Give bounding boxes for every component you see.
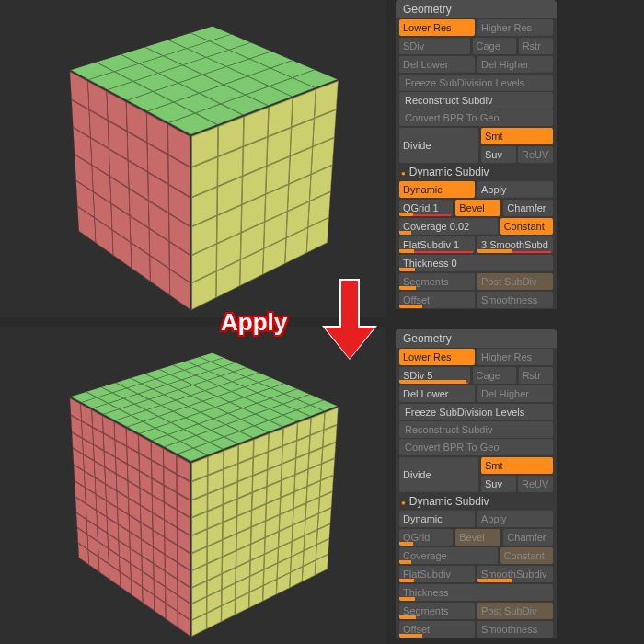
chamfer-button[interactable]: Chamfer (503, 200, 553, 216)
higher-res-button: Higher Res (477, 19, 553, 36)
flatsubdiv-slider: FlatSubdiv (399, 566, 475, 582)
smoothness-slider: Smoothness (477, 292, 553, 308)
dynamic-toggle[interactable]: Dynamic (399, 511, 475, 527)
suv-toggle[interactable]: Suv (481, 146, 516, 163)
bevel-button: Bevel (455, 529, 500, 546)
divide-button[interactable]: Divide (399, 457, 478, 492)
higher-res-button: Higher Res (477, 349, 553, 365)
constant-toggle: Constant (500, 547, 553, 564)
viewport-bottom (0, 327, 386, 644)
post-subdiv-toggle: Post SubDiv (477, 273, 553, 290)
del-higher-button: Del Higher (477, 56, 553, 73)
coverage-slider[interactable]: Coverage 0.02 (399, 218, 498, 235)
viewport-top (0, 0, 386, 317)
del-lower-button[interactable]: Del Lower (399, 385, 475, 402)
geometry-panel-after: Geometry Lower Res Higher Res SDiv 5 Cag… (396, 329, 557, 638)
offset-slider: Offset (399, 292, 475, 308)
dynamic-subdiv-header[interactable]: Dynamic Subdiv (396, 493, 557, 510)
rstr-button[interactable]: Rstr (519, 38, 553, 54)
post-subdiv-toggle: Post SubDiv (477, 603, 553, 619)
flatsubdiv-slider[interactable]: FlatSubdiv 1 (399, 236, 475, 253)
dynamic-subdiv-header[interactable]: Dynamic Subdiv (396, 164, 557, 180)
constant-toggle[interactable]: Constant (500, 218, 553, 235)
offset-slider: Offset (399, 621, 475, 638)
reuv-button: ReUV (518, 476, 553, 492)
segments-slider: Segments (399, 603, 475, 619)
reuv-button: ReUV (518, 146, 553, 163)
smoothness-slider: Smoothness (477, 621, 553, 638)
apply-button: Apply (477, 511, 553, 527)
apply-callout-label: Apply (221, 308, 287, 337)
smoothsubdiv-slider[interactable]: 3 SmoothSubd (477, 236, 553, 253)
convert-bpr-button: Convert BPR To Geo (399, 109, 553, 126)
reconstruct-subdiv-button: Reconstruct Subdiv (399, 421, 553, 438)
geometry-panel-before: Geometry Lower Res Higher Res SDiv Cage … (396, 0, 557, 309)
apply-button[interactable]: Apply (477, 181, 553, 198)
sdiv-slider[interactable]: SDiv (399, 38, 470, 54)
reconstruct-subdiv-button[interactable]: Reconstruct Subdiv (399, 92, 553, 109)
del-lower-button[interactable]: Del Lower (399, 56, 475, 73)
freeze-subdiv-button[interactable]: Freeze SubDivision Levels (399, 404, 553, 420)
del-higher-button: Del Higher (477, 385, 553, 402)
dynamic-toggle[interactable]: Dynamic (399, 181, 475, 198)
sdiv-slider[interactable]: SDiv 5 (399, 367, 470, 384)
panel-title[interactable]: Geometry (396, 329, 557, 348)
chamfer-button: Chamfer (503, 529, 553, 546)
smt-toggle[interactable]: Smt (481, 457, 553, 474)
cage-button[interactable]: Cage (473, 38, 516, 54)
thickness-slider[interactable]: Thickness 0 (399, 255, 553, 271)
coverage-slider: Coverage (399, 547, 498, 564)
panel-title[interactable]: Geometry (396, 0, 557, 18)
suv-toggle[interactable]: Suv (481, 476, 516, 492)
rstr-button[interactable]: Rstr (519, 367, 553, 384)
smt-toggle[interactable]: Smt (481, 128, 553, 144)
qgrid-slider[interactable]: QGrid 1 (399, 200, 453, 216)
convert-bpr-button: Convert BPR To Geo (399, 439, 553, 455)
segments-slider: Segments (399, 273, 475, 290)
thickness-slider: Thickness (399, 584, 553, 601)
cube-before (83, 49, 304, 270)
lower-res-button[interactable]: Lower Res (399, 349, 475, 365)
cage-button[interactable]: Cage (473, 367, 516, 384)
divide-button[interactable]: Divide (399, 128, 478, 163)
arrow-down-icon (327, 279, 373, 362)
bevel-button[interactable]: Bevel (455, 200, 500, 216)
freeze-subdiv-button[interactable]: Freeze SubDivision Levels (399, 75, 553, 91)
qgrid-slider: QGrid (399, 529, 453, 546)
smoothsubdiv-slider: SmoothSubdiv (477, 566, 553, 582)
lower-res-button[interactable]: Lower Res (399, 19, 475, 36)
cube-after (83, 375, 304, 596)
